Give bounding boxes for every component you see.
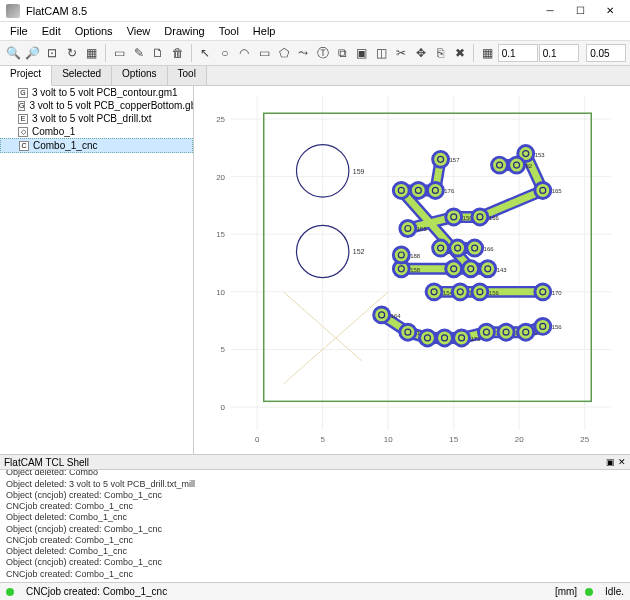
svg-point-107 xyxy=(446,261,462,277)
status-message: CNCjob created: Combo_1_cnc xyxy=(26,586,167,597)
svg-text:164: 164 xyxy=(391,313,402,319)
svg-text:166: 166 xyxy=(489,215,500,221)
svg-point-131 xyxy=(400,324,416,340)
svg-text:10: 10 xyxy=(216,288,225,297)
svg-text:92: 92 xyxy=(526,163,533,169)
arc-icon[interactable]: ◠ xyxy=(235,43,254,63)
delete-icon[interactable]: 🗑 xyxy=(169,43,188,63)
svg-point-101 xyxy=(467,240,483,256)
svg-point-110 xyxy=(463,261,479,277)
rect-icon[interactable]: ▭ xyxy=(255,43,274,63)
svg-text:153: 153 xyxy=(535,152,546,158)
svg-text:158: 158 xyxy=(410,267,421,273)
svg-point-80 xyxy=(410,182,426,198)
zoom-fit-icon[interactable]: ⊡ xyxy=(43,43,62,63)
redraw-icon[interactable]: ↻ xyxy=(63,43,82,63)
svg-point-134 xyxy=(420,330,436,346)
tree-item[interactable]: G3 volt to 5 volt PCB_copperBottom.gbl xyxy=(0,99,193,112)
menu-help[interactable]: Help xyxy=(247,24,282,38)
cut-icon[interactable]: ✂ xyxy=(392,43,411,63)
svg-text:20: 20 xyxy=(515,435,524,444)
polygon-icon[interactable]: ⬠ xyxy=(274,43,293,63)
svg-point-98 xyxy=(450,240,466,256)
menu-view[interactable]: View xyxy=(121,24,157,38)
svg-text:15: 15 xyxy=(449,435,458,444)
svg-text:25: 25 xyxy=(216,115,225,124)
titlebar: FlatCAM 8.5 ─ ☐ ✕ xyxy=(0,0,630,22)
grid-y-input[interactable] xyxy=(539,44,579,62)
svg-text:176: 176 xyxy=(444,188,455,194)
union-icon[interactable]: ⧉ xyxy=(333,43,352,63)
grid-icon[interactable]: ▦ xyxy=(478,43,497,63)
svg-point-128 xyxy=(374,307,390,323)
path-icon[interactable]: ⤳ xyxy=(294,43,313,63)
svg-text:166: 166 xyxy=(484,246,495,252)
edit-geo-icon[interactable]: ✎ xyxy=(129,43,148,63)
shell-header: FlatCAM TCL Shell ▣ ✕ xyxy=(0,454,630,470)
svg-point-137 xyxy=(437,330,453,346)
tree-item[interactable]: G3 volt to 5 volt PCB_contour.gm1 xyxy=(0,86,193,99)
select-icon[interactable]: ↖ xyxy=(196,43,215,63)
move-icon[interactable]: ✥ xyxy=(411,43,430,63)
svg-point-125 xyxy=(535,284,551,300)
intersect-icon[interactable]: ◫ xyxy=(372,43,391,63)
zoom-in-icon[interactable]: 🔍 xyxy=(4,43,23,63)
toolbar: 🔍 🔎 ⊡ ↻ ▦ ▭ ✎ 🗋 🗑 ↖ ○ ◠ ▭ ⬠ ⤳ Ⓣ ⧉ ▣ ◫ ✂ … xyxy=(0,40,630,66)
close-button[interactable]: ✕ xyxy=(596,2,624,20)
circle-icon[interactable]: ○ xyxy=(216,43,235,63)
subtract-icon[interactable]: ▣ xyxy=(353,43,372,63)
grid-x-input[interactable] xyxy=(498,44,538,62)
maximize-button[interactable]: ☐ xyxy=(566,2,594,20)
svg-point-95 xyxy=(433,240,449,256)
clear-icon[interactable]: ▦ xyxy=(82,43,101,63)
svg-text:156: 156 xyxy=(552,324,563,330)
svg-text:10: 10 xyxy=(384,435,393,444)
copy-icon[interactable]: ⎘ xyxy=(431,43,450,63)
tcl-shell[interactable]: Object (geometry) created: Combo_1Object… xyxy=(0,470,630,582)
svg-point-86 xyxy=(400,221,416,237)
minimize-button[interactable]: ─ xyxy=(536,2,564,20)
main-area: G3 volt to 5 volt PCB_contour.gm1 G3 vol… xyxy=(0,86,630,454)
svg-text:188: 188 xyxy=(410,253,421,259)
tree-item[interactable]: E3 volt to 5 volt PCB_drill.txt xyxy=(0,112,193,125)
svg-point-149 xyxy=(518,324,534,340)
new-geo-icon[interactable]: ▭ xyxy=(110,43,129,63)
menubar: File Edit Options View Drawing Tool Help xyxy=(0,22,630,40)
svg-point-152 xyxy=(535,318,551,334)
svg-text:15: 15 xyxy=(216,230,225,239)
gerber-icon: G xyxy=(18,88,28,98)
tab-selected[interactable]: Selected xyxy=(52,66,112,85)
menu-options[interactable]: Options xyxy=(69,24,119,38)
zoom-out-icon[interactable]: 🔎 xyxy=(24,43,43,63)
project-tree[interactable]: G3 volt to 5 volt PCB_contour.gm1 G3 vol… xyxy=(0,86,194,454)
tab-project[interactable]: Project xyxy=(0,66,52,86)
svg-point-92 xyxy=(472,209,488,225)
tab-tool[interactable]: Tool xyxy=(168,66,207,85)
tree-item[interactable]: ◇Combo_1 xyxy=(0,125,193,138)
svg-line-73 xyxy=(480,190,543,217)
plot-canvas[interactable]: 0510152025051015202514417217615515016611… xyxy=(194,86,630,454)
sidebar-tabs: Project Selected Options Tool xyxy=(0,66,630,86)
tree-item-selected[interactable]: CCombo_1_cnc xyxy=(0,138,193,153)
status-units: [mm] xyxy=(555,586,577,597)
geometry-icon: ◇ xyxy=(18,127,28,137)
save-geo-icon[interactable]: 🗋 xyxy=(149,43,168,63)
text-icon[interactable]: Ⓣ xyxy=(314,43,333,63)
menu-tool[interactable]: Tool xyxy=(213,24,245,38)
app-icon xyxy=(6,4,20,18)
menu-file[interactable]: File xyxy=(4,24,34,38)
menu-drawing[interactable]: Drawing xyxy=(158,24,210,38)
svg-text:5: 5 xyxy=(221,345,226,354)
shell-toggle-icon[interactable]: ▣ ✕ xyxy=(606,457,626,467)
svg-point-143 xyxy=(479,324,495,340)
delete2-icon[interactable]: ✖ xyxy=(451,43,470,63)
svg-text:155: 155 xyxy=(417,226,428,232)
tab-options[interactable]: Options xyxy=(112,66,167,85)
menu-edit[interactable]: Edit xyxy=(36,24,67,38)
svg-text:159: 159 xyxy=(353,168,365,175)
svg-point-113 xyxy=(480,261,496,277)
snap-input[interactable] xyxy=(586,44,626,62)
svg-point-170 xyxy=(393,247,409,263)
status-idle-icon xyxy=(585,588,593,596)
svg-point-167 xyxy=(433,151,449,167)
